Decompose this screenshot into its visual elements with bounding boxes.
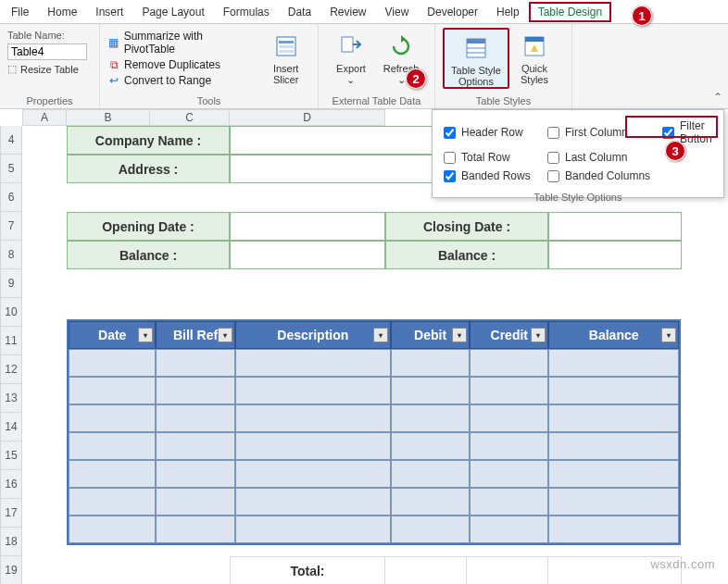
group-table-styles: Table Styles (443, 93, 564, 108)
row-18[interactable]: 18 (0, 528, 22, 556)
tab-page-layout[interactable]: Page Layout (132, 2, 213, 22)
closing-date-value[interactable] (548, 212, 682, 241)
svg-rect-3 (279, 50, 294, 53)
opt-banded-columns[interactable]: Banded Columns (547, 169, 659, 182)
watermark: wsxdn.com (650, 557, 715, 571)
th-balance[interactable]: Balance▾ (548, 321, 679, 349)
resize-label: Resize Table (20, 64, 79, 75)
slicer-label: Insert Slicer (273, 63, 299, 85)
row-17[interactable]: 17 (0, 499, 22, 528)
insert-slicer-button[interactable]: Insert Slicer (261, 28, 310, 87)
dupes-icon: ⧉ (107, 58, 120, 71)
opening-balance-value[interactable] (230, 241, 385, 269)
row-5[interactable]: 5 (0, 155, 22, 183)
tab-formulas[interactable]: Formulas (214, 2, 279, 22)
resize-table-button[interactable]: ⬚ Resize Table (7, 63, 92, 75)
opt-first-column[interactable]: First Column (547, 119, 659, 145)
pivot-icon: ▦ (107, 36, 120, 49)
col-B[interactable]: B (67, 109, 150, 126)
closing-date-label: Closing Date : (385, 212, 548, 241)
tab-view[interactable]: View (376, 2, 419, 22)
svg-rect-6 (467, 39, 485, 43)
quick-styles-icon (521, 33, 547, 59)
opt-total-row[interactable]: Total Row (444, 151, 544, 164)
row-11[interactable]: 11 (0, 327, 22, 355)
th-debit[interactable]: Debit▾ (391, 321, 470, 349)
table-style-options-panel: Header Row First Column Filter Button To… (432, 109, 724, 198)
row-19[interactable]: 19 (0, 556, 22, 584)
resize-icon: ⬚ (7, 63, 17, 75)
remove-duplicates-button[interactable]: ⧉Remove Duplicates (107, 58, 254, 71)
ledger-table[interactable]: Date▾ Bill Ref▾ Description▾ Debit▾ Cred… (67, 319, 681, 545)
table-style-options-button[interactable]: Table Style Options (443, 28, 509, 89)
svg-rect-4 (342, 37, 353, 52)
filter-icon[interactable]: ▾ (138, 328, 153, 342)
tab-help[interactable]: Help (487, 2, 529, 22)
tab-developer[interactable]: Developer (418, 2, 487, 22)
convert-icon: ↩ (107, 74, 120, 87)
row-16[interactable]: 16 (0, 470, 22, 499)
tab-home[interactable]: Home (38, 2, 86, 22)
convert-range-button[interactable]: ↩Convert to Range (107, 74, 254, 87)
summarize-pivot-button[interactable]: ▦Summarize with PivotTable (107, 30, 254, 56)
refresh-icon (388, 33, 414, 59)
filter-icon[interactable]: ▾ (218, 328, 232, 342)
filter-icon[interactable]: ▾ (661, 328, 676, 342)
tab-table-design[interactable]: Table Design (529, 2, 611, 22)
th-date[interactable]: Date▾ (69, 321, 156, 349)
row-7[interactable]: 7 (0, 212, 22, 241)
table-name-label: Table Name: (7, 30, 92, 41)
refresh-button[interactable]: Refresh⌄ (376, 28, 426, 85)
export-button[interactable]: Export⌄ (326, 28, 376, 85)
address-label: Address : (67, 155, 230, 183)
col-D[interactable]: D (230, 109, 385, 126)
tab-insert[interactable]: Insert (86, 2, 132, 22)
export-icon (338, 33, 364, 59)
ribbon-tab-bar: File Home Insert Page Layout Formulas Da… (0, 0, 728, 24)
th-credit[interactable]: Credit▾ (470, 321, 548, 349)
closing-balance-value[interactable] (548, 241, 682, 269)
row-6[interactable]: 6 (0, 183, 22, 212)
ribbon: Table Name: ⬚ Resize Table Properties ▦S… (0, 24, 728, 109)
row-12[interactable]: 12 (0, 355, 22, 384)
filter-icon[interactable]: ▾ (452, 328, 467, 342)
opening-balance-label: Balance : (67, 241, 230, 269)
svg-rect-1 (279, 41, 294, 43)
tab-data[interactable]: Data (279, 2, 320, 22)
opt-banded-rows[interactable]: Banded Rows (444, 169, 544, 182)
total-label: Total: (230, 556, 385, 584)
group-properties: Properties (7, 93, 92, 108)
tab-file[interactable]: File (2, 2, 38, 22)
group-tools: Tools (107, 93, 310, 108)
collapse-ribbon-icon[interactable]: ⌃ (713, 91, 722, 104)
row-13[interactable]: 13 (0, 384, 22, 413)
col-C[interactable]: C (150, 109, 230, 126)
panel-group-label: Table Style Options (433, 186, 723, 203)
col-A[interactable]: A (22, 109, 67, 126)
svg-rect-2 (279, 45, 294, 48)
th-billref[interactable]: Bill Ref▾ (156, 321, 234, 349)
th-description[interactable]: Description▾ (235, 321, 391, 349)
opening-date-value[interactable] (230, 212, 385, 241)
closing-balance-label: Balance : (385, 241, 548, 269)
row-14[interactable]: 14 (0, 413, 22, 441)
row-9[interactable]: 9 (0, 269, 22, 298)
slicer-icon (273, 33, 299, 59)
group-external: External Table Data (326, 93, 427, 108)
filter-icon[interactable]: ▾ (373, 328, 388, 342)
quick-styles-button[interactable]: Quick Styles (509, 28, 559, 89)
opening-date-label: Opening Date : (67, 212, 230, 241)
opt-last-column[interactable]: Last Column (547, 151, 659, 164)
opt-header-row[interactable]: Header Row (444, 119, 544, 145)
company-name-label: Company Name : (67, 126, 230, 155)
tab-review[interactable]: Review (320, 2, 375, 22)
filter-icon[interactable]: ▾ (531, 328, 546, 342)
row-15[interactable]: 15 (0, 441, 22, 470)
row-8[interactable]: 8 (0, 241, 22, 269)
opt-filter-button[interactable]: Filter Button (662, 119, 714, 145)
row-10[interactable]: 10 (0, 298, 22, 327)
style-options-icon (463, 35, 489, 61)
svg-rect-10 (525, 37, 544, 42)
table-name-input[interactable] (7, 43, 87, 60)
row-4[interactable]: 4 (0, 126, 22, 155)
